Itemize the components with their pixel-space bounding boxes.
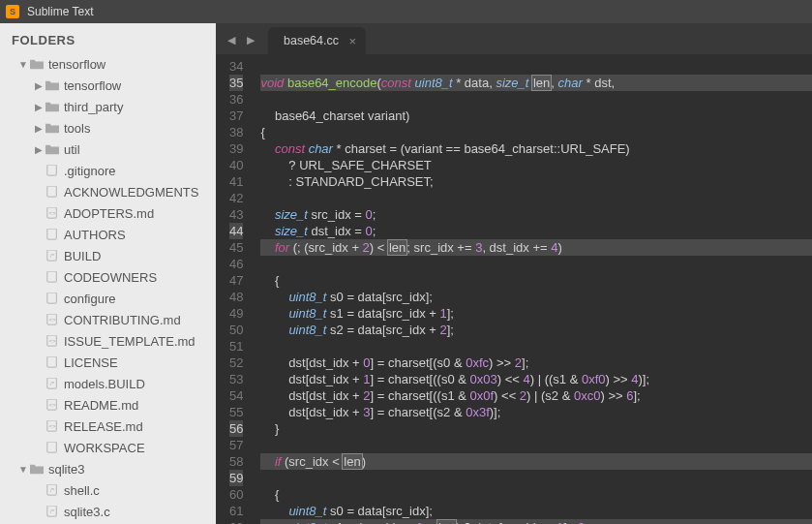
folder-icon <box>45 142 60 156</box>
tree-label: configure <box>64 292 115 306</box>
file-item-models-build[interactable]: /*models.BUILD <box>4 373 216 394</box>
tree-label: WORKSPACE <box>64 441 145 455</box>
tabbar: ◀ ▶ base64.cc × <box>216 23 812 54</box>
folder-item-tensorflow[interactable]: ▼tensorflow <box>4 53 216 75</box>
folder-item-sqlite3[interactable]: ▼sqlite3 <box>4 458 216 479</box>
tree-label: tensorflow <box>64 78 121 93</box>
svg-rect-20 <box>47 442 56 452</box>
file-item-adopters-md[interactable]: <>ADOPTERS.md <box>4 202 216 224</box>
folder-item-tools[interactable]: ▶tools <box>4 117 216 139</box>
folder-item-tensorflow[interactable]: ▶tensorflow <box>4 75 216 96</box>
file-icon: <> <box>45 398 60 412</box>
file-item-codeowners[interactable]: CODEOWNERS <box>4 266 216 288</box>
app-icon: S <box>6 5 19 18</box>
file-item-build[interactable]: /*BUILD <box>4 245 216 266</box>
nav-back-icon[interactable]: ◀ <box>225 33 238 46</box>
tree-label: AUTHORS <box>64 228 126 242</box>
svg-rect-4 <box>47 229 56 239</box>
file-icon: /* <box>45 505 60 518</box>
svg-rect-1 <box>47 186 56 197</box>
tree-label: BUILD <box>64 249 101 263</box>
file-item-workspace[interactable]: WORKSPACE <box>4 437 216 458</box>
svg-text:/*: /* <box>50 487 55 493</box>
file-icon: /* <box>45 483 60 497</box>
tree-label: ADOPTERS.md <box>64 206 154 221</box>
file-item-readme-md[interactable]: <>README.md <box>4 394 216 416</box>
tree-label: LICENSE <box>64 355 118 370</box>
file-item-shell-c[interactable]: /*shell.c <box>4 479 216 501</box>
disclosure-icon: ▼ <box>17 59 29 70</box>
file-icon: /* <box>45 249 60 262</box>
tree-label: sqlite3 <box>48 462 85 477</box>
tree-label: .gitignore <box>64 164 115 178</box>
file-icon <box>45 355 60 369</box>
tree-label: ACKNOWLEDGMENTS <box>64 185 198 200</box>
code-content[interactable]: void base64_encode(const uint8_t * data,… <box>253 54 812 524</box>
svg-text:<>: <> <box>48 210 56 216</box>
file-icon <box>45 164 60 177</box>
folder-icon <box>29 57 45 71</box>
editor-area: ◀ ▶ base64.cc × 343536373839404142434445… <box>216 23 812 524</box>
sidebar: FOLDERS ▼tensorflow▶tensorflow▶third_par… <box>0 23 216 524</box>
tab-base64[interactable]: base64.cc × <box>268 27 366 54</box>
tree-label: util <box>64 142 80 157</box>
tree-label: CONTRIBUTING.md <box>64 313 181 327</box>
disclosure-icon: ▶ <box>33 80 45 91</box>
svg-text:/*: /* <box>50 253 55 259</box>
tree-label: models.BUILD <box>64 377 145 391</box>
disclosure-icon: ▶ <box>33 102 45 112</box>
tree-label: README.md <box>64 398 138 413</box>
tab-label: base64.cc <box>284 34 339 47</box>
file-icon <box>45 228 60 241</box>
file-item-acknowledgments[interactable]: ACKNOWLEDGMENTS <box>4 181 216 202</box>
svg-text:<>: <> <box>48 317 56 323</box>
svg-rect-13 <box>47 356 56 367</box>
folder-icon <box>45 78 60 92</box>
folder-item-util[interactable]: ▶util <box>4 139 216 160</box>
svg-text:/*: /* <box>50 509 55 514</box>
close-icon[interactable]: × <box>348 34 356 48</box>
tree-label: tools <box>64 121 90 136</box>
svg-rect-8 <box>47 293 56 303</box>
tree-label: tensorflow <box>48 57 105 72</box>
window-title: Sublime Text <box>27 5 93 18</box>
code-editor[interactable]: 3435363738394041424344454647484950515253… <box>216 54 812 524</box>
titlebar: S Sublime Text <box>0 0 812 23</box>
folder-item-third_party[interactable]: ▶third_party <box>4 96 216 117</box>
folders-header: FOLDERS <box>0 23 216 53</box>
file-item-issue_template-md[interactable]: <>ISSUE_TEMPLATE.md <box>4 330 216 352</box>
disclosure-icon: ▼ <box>17 464 29 475</box>
file-item-authors[interactable]: AUTHORS <box>4 224 216 245</box>
file-icon: /* <box>45 377 60 390</box>
svg-rect-0 <box>47 165 56 175</box>
file-icon <box>45 270 60 284</box>
tree-label: shell.c <box>64 483 100 498</box>
tree-label: CODEOWNERS <box>64 270 157 285</box>
file-item--gitignore[interactable]: .gitignore <box>4 160 216 181</box>
file-icon <box>45 185 60 199</box>
file-item-release-md[interactable]: <>RELEASE.md <box>4 416 216 437</box>
nav-forward-icon[interactable]: ▶ <box>244 33 257 46</box>
svg-text:/*: /* <box>50 381 55 386</box>
tree-label: sqlite3.c <box>64 505 110 519</box>
tree-label: RELEASE.md <box>64 419 143 434</box>
svg-rect-7 <box>47 271 56 282</box>
file-icon: <> <box>45 313 60 326</box>
file-item-license[interactable]: LICENSE <box>4 352 216 373</box>
file-icon <box>45 441 60 454</box>
tree-label: ISSUE_TEMPLATE.md <box>64 334 195 349</box>
file-item-sqlite3-c[interactable]: /*sqlite3.c <box>4 501 216 522</box>
file-icon: <> <box>45 334 60 348</box>
file-icon <box>45 292 60 305</box>
line-gutter: 3435363738394041424344454647484950515253… <box>216 54 253 524</box>
svg-text:<>: <> <box>48 338 56 344</box>
disclosure-icon: ▶ <box>33 144 45 155</box>
file-item-contributing-md[interactable]: <>CONTRIBUTING.md <box>4 309 216 330</box>
file-icon: <> <box>45 206 60 220</box>
folder-icon <box>45 121 60 135</box>
file-item-configure[interactable]: configure <box>4 288 216 309</box>
folder-icon <box>45 100 60 113</box>
svg-text:<>: <> <box>48 423 56 429</box>
folder-icon <box>29 462 45 476</box>
disclosure-icon: ▶ <box>33 123 45 134</box>
